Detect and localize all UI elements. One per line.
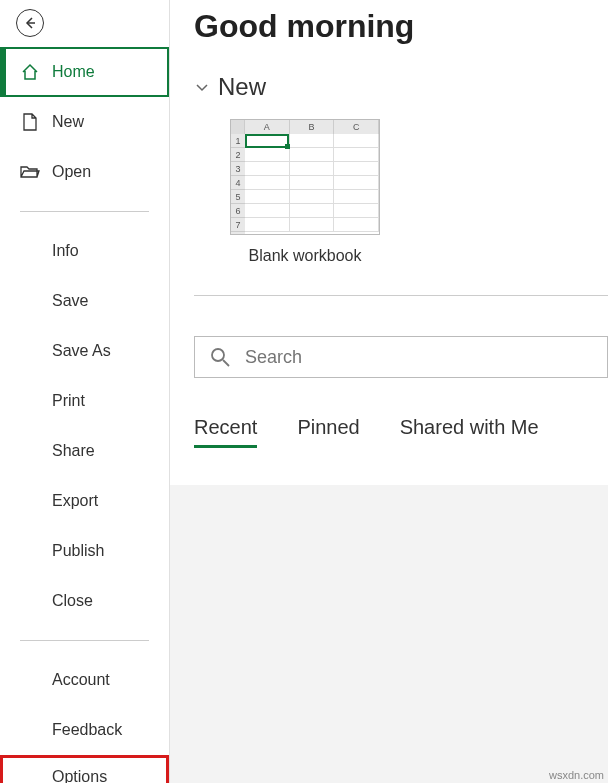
template-label: Blank workbook: [230, 247, 380, 265]
nav-label: Account: [52, 671, 110, 689]
nav-item-home[interactable]: Home: [0, 47, 169, 97]
nav-item-export[interactable]: Export: [0, 476, 169, 526]
nav-label: Feedback: [52, 721, 122, 739]
nav-settings: Account Feedback Options: [0, 655, 169, 783]
nav-item-open[interactable]: Open: [0, 147, 169, 197]
nav-label: New: [52, 113, 84, 131]
nav-item-account[interactable]: Account: [0, 655, 169, 705]
nav-item-publish[interactable]: Publish: [0, 526, 169, 576]
nav-item-save-as[interactable]: Save As: [0, 326, 169, 376]
page-title: Good morning: [194, 8, 608, 45]
nav-primary: Home New Open: [0, 47, 169, 197]
nav-label: Options: [52, 768, 107, 783]
divider: [20, 640, 149, 641]
main-content: Good morning New ABC 1234567: [170, 0, 608, 783]
nav-file-ops: Info Save Save As Print Share Export Pub…: [0, 226, 169, 626]
nav-item-close[interactable]: Close: [0, 576, 169, 626]
document-icon: [20, 112, 40, 132]
nav-label: Info: [52, 242, 79, 260]
nav-label: Share: [52, 442, 95, 460]
arrow-left-icon: [22, 15, 38, 31]
recent-tabs: Recent Pinned Shared with Me: [194, 416, 608, 448]
home-icon: [20, 62, 40, 82]
nav-item-options[interactable]: Options: [0, 755, 169, 783]
nav-label: Home: [52, 63, 95, 81]
nav-item-share[interactable]: Share: [0, 426, 169, 476]
tab-shared-with-me[interactable]: Shared with Me: [400, 416, 539, 448]
watermark: wsxdn.com: [549, 769, 604, 781]
nav-item-new[interactable]: New: [0, 97, 169, 147]
chevron-down-icon: [194, 79, 210, 95]
nav-label: Save: [52, 292, 88, 310]
tab-recent[interactable]: Recent: [194, 416, 257, 448]
nav-label: Export: [52, 492, 98, 510]
svg-line-2: [223, 360, 229, 366]
nav-label: Print: [52, 392, 85, 410]
nav-item-print[interactable]: Print: [0, 376, 169, 426]
folder-open-icon: [20, 162, 40, 182]
template-thumbnail: ABC 1234567: [230, 119, 380, 235]
nav-label: Save As: [52, 342, 111, 360]
nav-label: Publish: [52, 542, 104, 560]
nav-item-feedback[interactable]: Feedback: [0, 705, 169, 755]
search-box[interactable]: [194, 336, 608, 378]
backstage-sidebar: Home New Open Info Save Save As Print Sh…: [0, 0, 170, 783]
back-button[interactable]: [16, 9, 44, 37]
divider: [194, 295, 608, 296]
search-input[interactable]: [245, 347, 593, 368]
section-title: New: [218, 73, 266, 101]
nav-label: Open: [52, 163, 91, 181]
nav-label: Close: [52, 592, 93, 610]
tab-pinned[interactable]: Pinned: [297, 416, 359, 448]
nav-item-info[interactable]: Info: [0, 226, 169, 276]
divider: [20, 211, 149, 212]
section-header-new[interactable]: New: [194, 73, 608, 101]
templates-row: ABC 1234567 Blank workbook: [230, 119, 608, 265]
svg-point-1: [212, 349, 224, 361]
search-icon: [209, 346, 231, 368]
template-blank-workbook[interactable]: ABC 1234567 Blank workbook: [230, 119, 380, 265]
nav-item-save[interactable]: Save: [0, 276, 169, 326]
